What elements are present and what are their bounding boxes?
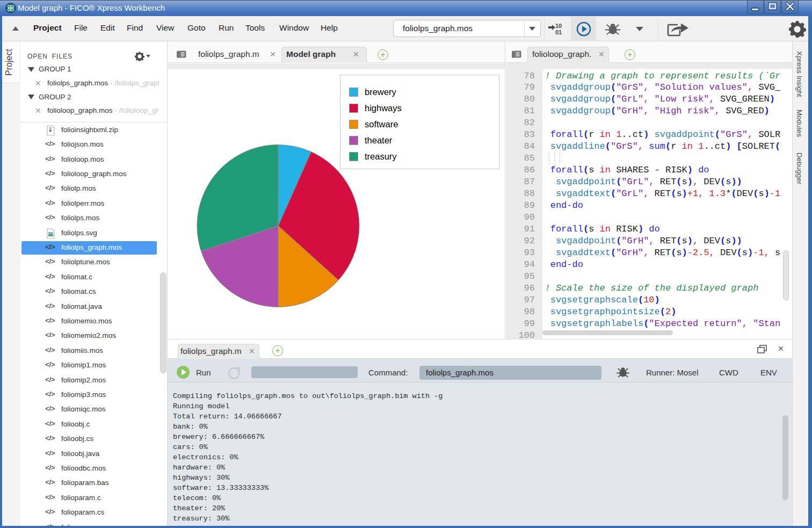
svg-text:10: 10 xyxy=(555,23,562,29)
svg-text:01: 01 xyxy=(555,29,562,35)
